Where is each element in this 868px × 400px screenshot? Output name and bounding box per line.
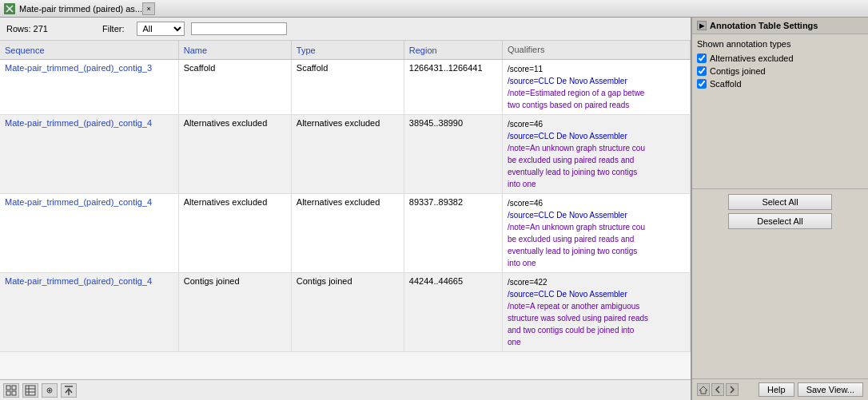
settings-icon-btn[interactable] <box>42 383 58 398</box>
annotation-type-label: Alternatives excluded <box>710 53 794 63</box>
annotation-section-title: Shown annotation types <box>697 39 863 49</box>
title-bar: Mate-pair trimmed (paired) as... × <box>0 0 868 18</box>
svg-rect-3 <box>6 386 10 390</box>
table-body: Mate-pair_trimmed_(paired)_contig_3Scaff… <box>0 60 691 352</box>
cell-name: Scaffold <box>178 60 291 115</box>
cell-type: Alternatives excluded <box>291 115 404 194</box>
export-icon-btn[interactable] <box>61 383 77 398</box>
table-row[interactable]: Mate-pair_trimmed_(paired)_contig_4Alter… <box>0 194 691 273</box>
table-header-row: Sequence Name Type Region Qualifiers <box>0 41 691 60</box>
right-panel-header: ▶ Annotation Table Settings <box>692 18 868 34</box>
cell-region: 38945..38990 <box>404 115 502 194</box>
bottom-toolbar <box>0 379 691 400</box>
cell-region: 44244..44665 <box>404 273 502 352</box>
annotation-type-checkbox[interactable] <box>697 53 707 63</box>
deselect-all-button[interactable]: Deselect All <box>728 213 832 229</box>
collapse-button[interactable]: ▶ <box>697 21 707 30</box>
svg-rect-4 <box>12 386 16 390</box>
main-container: Rows: 271 Filter: All Sequence Name Type… <box>0 18 868 400</box>
annotation-type-checkbox[interactable] <box>697 79 707 89</box>
svg-rect-6 <box>12 391 16 395</box>
help-button[interactable]: Help <box>759 382 794 397</box>
annotation-table: Sequence Name Type Region Qualifiers Mat… <box>0 41 691 352</box>
svg-point-12 <box>49 389 51 391</box>
title-icon <box>3 2 16 15</box>
toolbar-row: Rows: 271 Filter: All Sequence Name Type… <box>0 18 691 41</box>
annotation-type-item[interactable]: Contigs joined <box>697 66 863 76</box>
header-name: Name <box>178 41 291 60</box>
cell-name: Contigs joined <box>178 273 291 352</box>
annotation-type-label: Scaffold <box>710 79 742 89</box>
cell-qualifiers: /score=11/source=CLC De Novo Assembler/n… <box>502 60 690 115</box>
annotation-type-item[interactable]: Alternatives excluded <box>697 53 863 63</box>
buttons-section: Select All Deselect All <box>692 189 868 234</box>
cell-sequence: Mate-pair_trimmed_(paired)_contig_4 <box>0 115 178 194</box>
title-text: Mate-pair trimmed (paired) as... <box>19 4 142 14</box>
cell-qualifiers: /score=46/source=CLC De Novo Assembler/n… <box>502 115 690 194</box>
table-row[interactable]: Mate-pair_trimmed_(paired)_contig_4Alter… <box>0 115 691 194</box>
header-qualifiers: Qualifiers <box>502 41 690 60</box>
annotation-type-checkbox[interactable] <box>697 66 707 76</box>
cell-type: Scaffold <box>291 60 404 115</box>
cell-sequence: Mate-pair_trimmed_(paired)_contig_4 <box>0 273 178 352</box>
cell-region: 1266431..1266441 <box>404 60 502 115</box>
annotation-section: Shown annotation types Alternatives excl… <box>692 34 868 189</box>
right-panel: ▶ Annotation Table Settings Shown annota… <box>692 18 868 400</box>
svg-marker-15 <box>699 386 707 394</box>
select-all-button[interactable]: Select All <box>728 194 832 210</box>
cell-region: 89337..89382 <box>404 194 502 273</box>
checkboxes-container: Alternatives excludedContigs joinedScaff… <box>697 53 863 89</box>
rows-count: Rows: 271 <box>6 24 48 34</box>
header-region: Region <box>404 41 502 60</box>
header-sequence: Sequence <box>0 41 178 60</box>
home-icon-btn[interactable] <box>697 383 710 396</box>
cell-qualifiers: /score=422/source=CLC De Novo Assembler/… <box>502 273 690 352</box>
right-spacer <box>692 234 868 378</box>
close-button[interactable]: × <box>142 2 155 15</box>
table-icon-btn[interactable] <box>22 383 38 398</box>
right-bottom-icons <box>697 383 755 396</box>
svg-rect-5 <box>6 391 10 395</box>
left-panel: Rows: 271 Filter: All Sequence Name Type… <box>0 18 692 400</box>
table-row[interactable]: Mate-pair_trimmed_(paired)_contig_4Conti… <box>0 273 691 352</box>
svg-rect-7 <box>26 386 35 395</box>
table-row[interactable]: Mate-pair_trimmed_(paired)_contig_3Scaff… <box>0 60 691 115</box>
table-container: Sequence Name Type Region Qualifiers Mat… <box>0 41 691 379</box>
cell-qualifiers: /score=46/source=CLC De Novo Assembler/n… <box>502 194 690 273</box>
right-bottom-toolbar: Help Save View... <box>692 378 868 400</box>
cell-name: Alternatives excluded <box>178 115 291 194</box>
cell-sequence: Mate-pair_trimmed_(paired)_contig_3 <box>0 60 178 115</box>
filter-label: Filter: <box>102 24 125 34</box>
save-view-button[interactable]: Save View... <box>798 382 863 397</box>
cell-sequence: Mate-pair_trimmed_(paired)_contig_4 <box>0 194 178 273</box>
filter-input[interactable] <box>191 22 287 35</box>
back-icon-btn[interactable] <box>711 383 724 396</box>
right-panel-title: Annotation Table Settings <box>710 21 818 30</box>
filter-type-select[interactable]: All Sequence Name Type Region Qualifiers <box>137 22 185 36</box>
cell-type: Alternatives excluded <box>291 194 404 273</box>
cell-type: Contigs joined <box>291 273 404 352</box>
cell-name: Alternatives excluded <box>178 194 291 273</box>
forward-icon-btn[interactable] <box>726 383 739 396</box>
annotation-type-label: Contigs joined <box>710 66 766 76</box>
annotation-type-item[interactable]: Scaffold <box>697 79 863 89</box>
header-type: Type <box>291 41 404 60</box>
grid-icon-btn[interactable] <box>3 383 19 398</box>
